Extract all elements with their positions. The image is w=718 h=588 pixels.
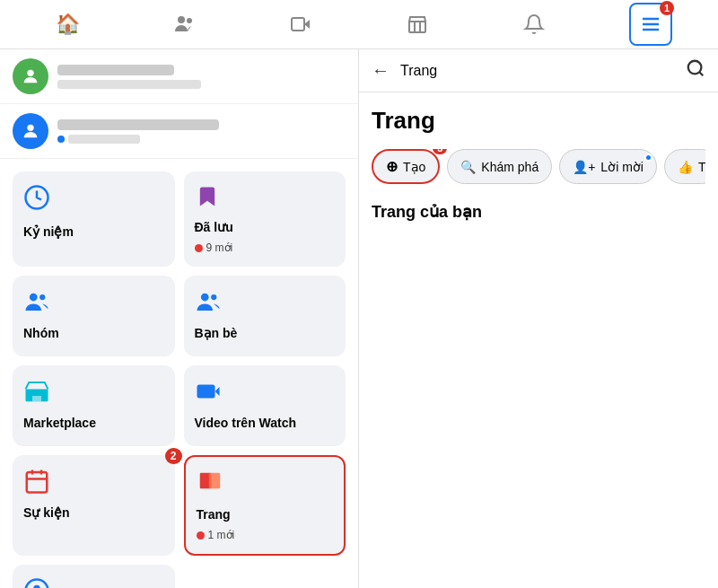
kham-pha-icon: 🔍 — [460, 160, 476, 174]
menu-item-video-watch[interactable]: Video trên Watch — [184, 365, 346, 446]
profile-text-1 — [57, 65, 201, 89]
avatar-2 — [13, 113, 48, 149]
loi-moi-icon: 👤+ — [573, 160, 595, 174]
profile-name-2 — [57, 119, 219, 130]
svg-point-8 — [27, 125, 33, 131]
annotation-3: 3 — [433, 149, 447, 154]
friends-icon[interactable] — [162, 3, 206, 46]
annotation-1: 1 — [660, 1, 674, 15]
svg-marker-16 — [215, 387, 219, 396]
shop-icon[interactable] — [396, 3, 439, 46]
menu-item-marketplace[interactable]: Marketplace — [13, 365, 175, 446]
svg-rect-17 — [27, 472, 48, 493]
menu-grid: Kỷ niệm Đã lưu 9 mới Nhóm — [0, 159, 358, 588]
right-main: Trang ⊕ Tạo 3 🔍 Khám phá 👤+ Lời mời — [359, 92, 718, 588]
video-watch-label: Video trên Watch — [195, 416, 297, 430]
profile-time — [68, 135, 140, 144]
ky-niem-icon — [23, 184, 50, 217]
avatar-1 — [13, 58, 48, 94]
search-button[interactable] — [686, 58, 705, 83]
tao-label: Tạo — [403, 160, 425, 174]
svg-point-0 — [178, 16, 185, 23]
video-icon[interactable] — [279, 3, 322, 46]
ban-be-quanh-day-icon — [23, 577, 50, 588]
marketplace-label: Marketplace — [23, 416, 96, 430]
right-header: ← Trang — [359, 49, 718, 92]
ban-be-label: Bạn bè — [195, 326, 238, 340]
profile-text-2 — [57, 119, 219, 144]
annotation-2: 2 — [165, 448, 182, 464]
tao-icon: ⊕ — [386, 158, 398, 175]
bell-icon[interactable] — [512, 3, 556, 46]
svg-point-12 — [200, 294, 208, 302]
trang-icon — [197, 470, 223, 500]
tab-thich[interactable]: 👍 T — [664, 149, 705, 184]
svg-point-11 — [39, 294, 45, 300]
right-panel: ← Trang Trang ⊕ Tạo 3 🔍 Khám phá — [359, 49, 718, 588]
svg-point-10 — [30, 294, 38, 302]
menu-item-ky-niem[interactable]: Kỷ niệm — [13, 171, 175, 267]
svg-point-25 — [688, 61, 702, 75]
main-layout: Kỷ niệm Đã lưu 9 mới Nhóm — [0, 49, 718, 588]
nhom-icon — [23, 288, 50, 319]
da-luu-dot — [195, 244, 203, 252]
kham-pha-label: Khám phá — [481, 160, 538, 174]
menu-icon[interactable]: 1 — [629, 3, 672, 46]
nhom-label: Nhóm — [23, 326, 59, 340]
svg-point-7 — [27, 70, 33, 76]
ban-be-icon — [195, 288, 222, 319]
right-panel-title: Trang — [400, 63, 675, 79]
da-luu-icon — [195, 184, 220, 213]
da-luu-badge: 9 mới — [195, 241, 233, 254]
menu-item-ban-be[interactable]: Bạn bè — [184, 276, 346, 356]
su-kien-label: Sự kiện — [23, 505, 69, 520]
profile-item-2[interactable] — [0, 104, 358, 159]
tab-loi-moi[interactable]: 👤+ Lời mời — [559, 149, 657, 184]
profile-sub-1 — [57, 80, 201, 89]
menu-item-nhom[interactable]: Nhóm — [13, 276, 175, 356]
menu-item-trang[interactable]: Trang 1 mới — [184, 455, 346, 556]
trang-badge: 1 mới — [197, 529, 235, 541]
tabs-row: ⊕ Tạo 3 🔍 Khám phá 👤+ Lời mời 👍 — [372, 149, 705, 184]
tab-tao[interactable]: ⊕ Tạo 3 — [372, 149, 440, 184]
svg-rect-22 — [208, 473, 220, 489]
menu-item-su-kien[interactable]: Sự kiện 2 — [13, 455, 175, 556]
profile-item-1[interactable] — [0, 49, 358, 104]
trang-dot — [197, 531, 205, 540]
loi-moi-dot — [644, 154, 652, 162]
svg-point-13 — [211, 294, 216, 300]
online-dot — [57, 136, 65, 143]
home-icon[interactable]: 🏠 — [46, 3, 89, 46]
menu-item-da-luu[interactable]: Đã lưu 9 mới — [184, 171, 346, 267]
tab-kham-pha[interactable]: 🔍 Khám phá — [447, 149, 552, 184]
profile-name-1 — [57, 65, 174, 75]
left-panel: Kỷ niệm Đã lưu 9 mới Nhóm — [0, 49, 359, 588]
thich-icon: 👍 — [678, 160, 693, 174]
su-kien-icon — [23, 468, 50, 498]
profile-sub-2 — [57, 135, 219, 144]
da-luu-label: Đã lưu — [195, 220, 233, 234]
top-navigation: 🏠 1 — [0, 0, 718, 49]
thich-label: T — [698, 160, 705, 174]
page-heading: Trang — [372, 107, 705, 135]
svg-point-1 — [187, 18, 192, 23]
video-watch-icon — [195, 378, 222, 408]
svg-rect-15 — [197, 385, 215, 399]
marketplace-icon — [23, 378, 50, 408]
ky-niem-label: Kỷ niệm — [23, 224, 74, 239]
trang-label: Trang — [197, 507, 231, 522]
menu-item-ban-be-quanh-day[interactable]: Bạn bè quanh đây — [13, 565, 175, 588]
svg-line-26 — [699, 72, 703, 75]
loi-moi-label: Lời mời — [600, 160, 644, 174]
section-title: Trang của bạn — [372, 202, 705, 222]
back-button[interactable]: ← — [372, 60, 390, 81]
svg-rect-2 — [292, 18, 304, 31]
